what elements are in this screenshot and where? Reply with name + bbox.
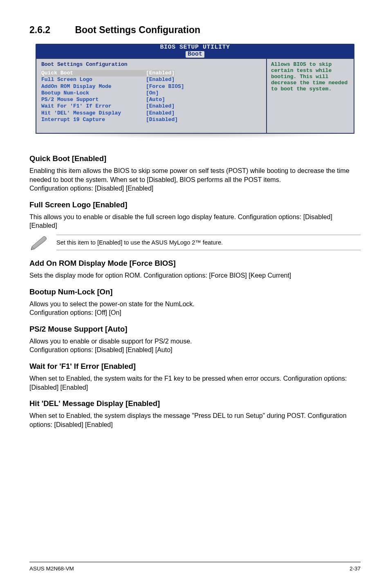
bios-row-value: [Force BIOS] bbox=[146, 83, 184, 90]
pencil-icon bbox=[29, 234, 48, 251]
bios-row-label: AddOn ROM Display Mode bbox=[41, 83, 146, 90]
bios-row-value: [Disabled] bbox=[146, 117, 178, 123]
bios-row-value: [Enabled] bbox=[146, 110, 175, 117]
bios-row: Full Screen Logo [Enabled] bbox=[41, 76, 262, 83]
bios-row: Bootup Num-Lock [On] bbox=[41, 90, 262, 97]
bios-row-value: [Enabled] bbox=[146, 76, 175, 83]
body-hit-del: When set to Enabled, the system displays… bbox=[29, 411, 361, 429]
bios-help-text: Allows BIOS to skip certain tests while … bbox=[271, 61, 350, 92]
bios-row-label: Full Screen Logo bbox=[41, 76, 146, 83]
bios-row-label: PS/2 Mouse Support bbox=[41, 97, 146, 103]
bios-row-label: Quick Boot bbox=[41, 70, 146, 76]
footer-left: ASUS M2N68-VM bbox=[29, 566, 74, 572]
note-text: Set this item to [Enabled] to use the AS… bbox=[56, 235, 361, 250]
body-bootup-numlock: Allows you to select the power-on state … bbox=[29, 300, 361, 317]
bios-row: Wait For 'F1' If Error [Enabled] bbox=[41, 103, 262, 110]
note-rule-bottom bbox=[56, 250, 361, 250]
bios-row: AddOn ROM Display Mode [Force BIOS] bbox=[41, 83, 262, 90]
bios-row: PS/2 Mouse Support [Auto] bbox=[41, 97, 262, 103]
bios-row: Interrupt 19 Capture [Disabled] bbox=[41, 117, 262, 123]
body-full-screen-logo: This allows you to enable or disable the… bbox=[29, 213, 361, 230]
subhead-full-screen-logo: Full Screen Logo [Enabled] bbox=[29, 200, 361, 209]
bios-row-value: [Auto] bbox=[146, 97, 165, 103]
bios-row: Hit 'DEL' Message Display [Enabled] bbox=[41, 110, 262, 117]
subhead-hit-del: Hit 'DEL' Message Display [Enabled] bbox=[29, 399, 361, 408]
page-footer: ASUS M2N68-VM 2-37 bbox=[29, 562, 361, 572]
note-callout: Set this item to [Enabled] to use the AS… bbox=[29, 234, 361, 251]
bios-screenshot: BIOS SETUP UTILITY Boot Boot Settings Co… bbox=[36, 44, 354, 139]
bios-row-label: Interrupt 19 Capture bbox=[41, 117, 146, 123]
bios-left-panel: Boot Settings Configuration Quick Boot [… bbox=[36, 58, 266, 134]
subhead-ps2: PS/2 Mouse Support [Auto] bbox=[29, 325, 361, 334]
section-title-text: Boot Settings Configuration bbox=[75, 25, 200, 35]
subhead-addon-rom: Add On ROM Display Mode [Force BIOS] bbox=[29, 259, 361, 268]
subhead-quick-boot: Quick Boot [Enabled] bbox=[29, 154, 361, 163]
body-ps2: Allows you to enable or disable support … bbox=[29, 337, 361, 355]
body-wait-f1: When set to Enabled, the system waits fo… bbox=[29, 374, 361, 392]
body-addon-rom: Sets the display mode for option ROM. Co… bbox=[29, 271, 361, 280]
bios-utility-title: BIOS SETUP UTILITY bbox=[36, 44, 354, 51]
section-number: 2.6.2 bbox=[29, 25, 72, 36]
subhead-wait-f1: Wait for 'F1' If Error [Enabled] bbox=[29, 362, 361, 371]
bios-row-label: Bootup Num-Lock bbox=[41, 90, 146, 97]
bios-row-value: [Enabled] bbox=[146, 103, 175, 110]
subhead-bootup-numlock: Bootup Num-Lock [On] bbox=[29, 287, 361, 296]
bios-tab-boot: Boot bbox=[186, 51, 204, 58]
bios-row-value: [On] bbox=[146, 90, 159, 97]
footer-right: 2-37 bbox=[350, 566, 361, 572]
bios-row-label: Wait For 'F1' If Error bbox=[41, 103, 146, 110]
bios-row-value: [Enabled] bbox=[146, 70, 175, 76]
bios-row-quick-boot: Quick Boot [Enabled] bbox=[41, 70, 262, 76]
section-header: 2.6.2 Boot Settings Configuration bbox=[29, 25, 361, 36]
body-quick-boot: Enabling this item allows the BIOS to sk… bbox=[29, 166, 361, 193]
bios-help-panel: Allows BIOS to skip certain tests while … bbox=[266, 58, 354, 134]
bios-panel-title: Boot Settings Configuration bbox=[41, 61, 262, 67]
bios-row-label: Hit 'DEL' Message Display bbox=[41, 110, 146, 117]
bios-titlebar: BIOS SETUP UTILITY Boot bbox=[36, 44, 354, 58]
bios-shadow bbox=[36, 134, 354, 139]
